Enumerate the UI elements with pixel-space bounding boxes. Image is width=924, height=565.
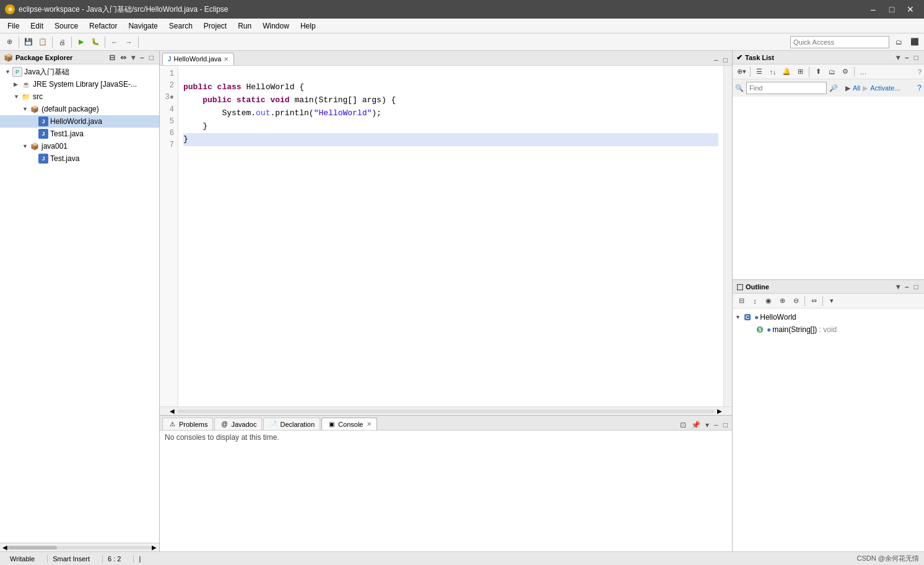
maximize-view-button[interactable]: □ [147, 53, 155, 63]
tab-problems[interactable]: ⚠ Problems [162, 418, 213, 430]
editor-hscrollbar[interactable]: ◀ ▶ [160, 406, 732, 415]
tab-javadoc[interactable]: @ Javadoc [214, 418, 262, 430]
menu-edit[interactable]: Edit [25, 20, 48, 32]
task-list-actions[interactable]: ▾ – □ [894, 53, 920, 63]
toolbar-forward[interactable]: → [122, 35, 136, 49]
editor-tab-controls[interactable]: – □ [712, 55, 730, 65]
quick-access-input[interactable] [790, 36, 889, 48]
minimize-button[interactable]: – [865, 1, 882, 18]
bottom-ctrl-dropdown[interactable]: ▾ [704, 420, 711, 430]
task-list-collapse[interactable]: ▾ [894, 53, 902, 63]
code-content[interactable]: public class HelloWorld { public static … [178, 66, 723, 406]
bottom-ctrl-min[interactable]: – [712, 420, 720, 430]
editor-tab-close[interactable]: ✕ [224, 56, 229, 63]
toolbar-new[interactable]: ⊕ [2, 35, 16, 49]
tab-ctrl-min[interactable]: – [712, 55, 720, 65]
view-menu-button[interactable]: ▾ [129, 53, 137, 63]
tree-item-default-pkg[interactable]: ▼ 📦 (default package) [0, 103, 159, 115]
link-editor-button[interactable]: ⇔ [118, 53, 128, 63]
task-sort[interactable]: ⬆ [812, 66, 824, 78]
outline-item-method[interactable]: $ ● main(String[]) : void [733, 323, 924, 336]
tree-arrow-default: ▼ [22, 106, 30, 112]
tree-item-test1[interactable]: J Test1.java [0, 128, 159, 140]
outline-item-class[interactable]: ▼ C ● HelloWorld [733, 311, 924, 323]
task-list-max[interactable]: □ [912, 53, 920, 63]
close-button[interactable]: ✕ [902, 1, 919, 18]
editor-scrollbar[interactable] [723, 66, 732, 406]
outline-arrow-class: ▼ [735, 314, 743, 320]
task-more[interactable]: … [857, 66, 870, 78]
task-help-icon[interactable]: ? [917, 84, 922, 92]
menu-refactor[interactable]: Refactor [84, 20, 122, 32]
bottom-tab-controls[interactable]: ⊡ 📌 ▾ – □ [678, 420, 730, 430]
editor-tab-helloworld[interactable]: J HelloWorld.java ✕ [162, 53, 234, 65]
outline-min[interactable]: – [903, 282, 911, 292]
outline-actions[interactable]: ▾ – □ [894, 282, 920, 292]
tree-item-helloworld[interactable]: J HelloWorld.java [0, 115, 159, 128]
outline-hide-static[interactable]: ⊕ [776, 295, 788, 307]
toolbar-debug[interactable]: 🐛 [89, 35, 102, 49]
tree-item-test[interactable]: J Test.java [0, 152, 159, 165]
tree-item-src[interactable]: ▼ 📁 src [0, 90, 159, 103]
outline-collapse-all[interactable]: ⊟ [735, 295, 747, 307]
outline-sort[interactable]: ↕ [749, 295, 761, 307]
bottom-open-console[interactable]: ⊡ [678, 420, 688, 430]
task-settings[interactable]: ⚙ [839, 66, 852, 78]
left-scroll-right[interactable]: ▶ [152, 544, 157, 551]
left-scrollbar[interactable]: ◀ ▶ [0, 543, 159, 551]
tree-item-java001[interactable]: ▼ 📦 java001 [0, 140, 159, 152]
left-scroll-left[interactable]: ◀ [2, 544, 7, 551]
menu-source[interactable]: Source [50, 20, 83, 32]
outline-collapse[interactable]: ▾ [894, 282, 902, 292]
console-tab-close[interactable]: ✕ [367, 421, 372, 427]
toolbar-print[interactable]: 🖨 [55, 35, 69, 49]
outline-max[interactable]: □ [912, 282, 920, 292]
menu-run[interactable]: Run [233, 20, 256, 32]
outline-hide-fields[interactable]: ◉ [762, 295, 775, 307]
package-explorer-actions[interactable]: ⊟ ⇔ ▾ – □ [107, 53, 155, 63]
hscroll-left[interactable]: ◀ [170, 408, 175, 414]
task-filter2[interactable]: ↑↓ [767, 66, 779, 78]
task-filter3[interactable]: 🔔 [780, 66, 793, 78]
maximize-button[interactable]: □ [883, 1, 900, 18]
tree-item-jre[interactable]: ▶ ☕ JRE System Library [JavaSE-... [0, 78, 159, 90]
bottom-ctrl-max[interactable]: □ [721, 420, 730, 430]
task-find-btn[interactable]: 🔎 [829, 84, 838, 92]
collapse-all-button[interactable]: ⊟ [107, 53, 117, 63]
toolbar-save-all[interactable]: 📋 [36, 35, 50, 49]
toolbar-save[interactable]: 💾 [22, 35, 35, 49]
outline-link[interactable]: ⇔ [808, 295, 820, 307]
task-help[interactable]: ? [918, 68, 922, 76]
outline-hide-nonpublic[interactable]: ⊖ [790, 295, 802, 307]
task-all-link[interactable]: All [853, 84, 860, 92]
tab-console[interactable]: ▣ Console ✕ [321, 418, 377, 430]
menu-search[interactable]: Search [164, 20, 198, 32]
titlebar-controls[interactable]: – □ ✕ [865, 1, 919, 18]
tab-ctrl-max[interactable]: □ [721, 55, 730, 65]
task-list-min[interactable]: – [903, 53, 911, 63]
tab-declaration[interactable]: 📄 Declaration [263, 418, 320, 430]
menu-window[interactable]: Window [258, 20, 294, 32]
tree-item-project[interactable]: ▼ P Java入门基础 [0, 66, 159, 78]
outline-more[interactable]: ▾ [826, 295, 838, 307]
toolbar-open-perspective[interactable]: 🗂 [892, 35, 905, 49]
line-num-1: 1 [160, 68, 174, 80]
menu-navigate[interactable]: Navigate [123, 20, 162, 32]
hscroll-right[interactable]: ▶ [717, 408, 722, 414]
toolbar-back[interactable]: ← [108, 35, 121, 49]
menu-file[interactable]: File [2, 20, 24, 32]
task-filter1[interactable]: ☰ [753, 66, 765, 78]
task-group[interactable]: 🗂 [826, 66, 838, 78]
toolbar-run[interactable]: ▶ [74, 35, 88, 49]
menu-project[interactable]: Project [199, 20, 232, 32]
left-scrollbar-thumb[interactable] [7, 546, 57, 550]
menu-help[interactable]: Help [295, 20, 321, 32]
task-filter4[interactable]: ⊞ [794, 66, 806, 78]
bottom-pin[interactable]: 📌 [689, 420, 702, 430]
toolbar-perspectives[interactable]: ⬛ [908, 35, 922, 49]
tb-sep-3 [854, 67, 855, 77]
task-new[interactable]: ⊕▾ [735, 66, 747, 78]
task-activate-link[interactable]: Activate... [870, 84, 900, 92]
task-find-input[interactable] [746, 82, 827, 94]
minimize-view-button[interactable]: – [138, 53, 146, 63]
